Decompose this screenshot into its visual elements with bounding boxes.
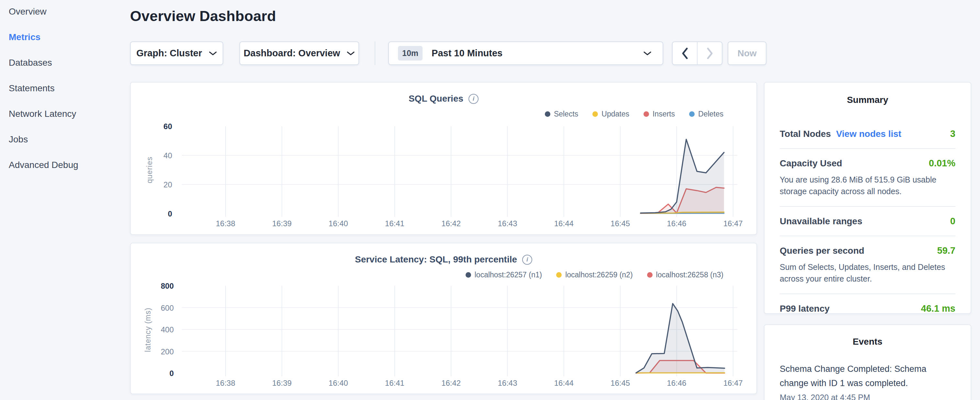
sidebar-item-metrics[interactable]: Metrics <box>9 32 119 42</box>
svg-text:16:38: 16:38 <box>216 219 235 228</box>
summary-row-unavailable-ranges: Unavailable ranges0 <box>780 216 955 226</box>
graph-dropdown[interactable]: Graph: Cluster <box>130 41 223 65</box>
svg-text:0: 0 <box>168 209 172 218</box>
view-nodes-list-link[interactable]: View nodes list <box>836 129 901 139</box>
event-text: Schema Change Completed: Schema change w… <box>780 362 955 390</box>
sidebar-item-jobs[interactable]: Jobs <box>9 134 119 144</box>
svg-text:queries: queries <box>145 157 154 183</box>
summary-row-value: 46.1 ms <box>921 303 955 314</box>
svg-text:16:40: 16:40 <box>329 379 348 387</box>
svg-text:40: 40 <box>163 151 172 160</box>
svg-text:16:40: 16:40 <box>329 219 348 228</box>
sidebar-item-overview[interactable]: Overview <box>9 6 119 16</box>
svg-text:16:44: 16:44 <box>554 219 574 228</box>
summary-row-value: 0 <box>950 216 955 226</box>
dashboard-dropdown[interactable]: Dashboard: Overview <box>239 41 359 65</box>
events-panel: Events Schema Change Completed: Schema c… <box>764 324 971 400</box>
svg-text:16:41: 16:41 <box>385 379 404 387</box>
summary-row-value: 59.7 <box>937 245 955 256</box>
summary-row-p99-latency: P99 latency46.1 ms <box>780 303 955 314</box>
sidebar-item-network-latency[interactable]: Network Latency <box>9 109 119 118</box>
svg-text:16:42: 16:42 <box>441 219 461 228</box>
svg-text:16:45: 16:45 <box>611 379 630 387</box>
svg-text:16:41: 16:41 <box>385 219 404 228</box>
svg-text:latency (ms): latency (ms) <box>144 308 152 352</box>
svg-text:16:43: 16:43 <box>498 219 517 228</box>
graph-dropdown-label: Graph: Cluster <box>136 48 202 59</box>
summary-panel: Summary Total NodesView nodes list3Capac… <box>764 82 971 314</box>
summary-row-capacity-used: Capacity Used0.01%You are using 28.6 MiB… <box>780 158 955 197</box>
sidebar-item-databases[interactable]: Databases <box>9 57 119 67</box>
summary-row-label: Capacity Used <box>780 158 842 169</box>
svg-text:400: 400 <box>161 325 174 334</box>
svg-text:16:47: 16:47 <box>724 379 743 387</box>
summary-row-queries-per-second: Queries per second59.7Sum of Selects, Up… <box>780 245 955 284</box>
event-item[interactable]: Schema Change Completed: Schema change w… <box>780 362 955 400</box>
svg-text:16:46: 16:46 <box>667 219 686 228</box>
svg-text:800: 800 <box>161 282 174 290</box>
chevron-down-icon <box>643 51 652 56</box>
sql-queries-chart-card: SQL Queries i SelectsUpdatesInsertsDelet… <box>130 82 757 235</box>
prev-time-button[interactable] <box>673 42 697 64</box>
summary-row-total-nodes: Total NodesView nodes list3 <box>780 129 955 139</box>
summary-row-label: Unavailable ranges <box>780 216 862 226</box>
svg-text:16:46: 16:46 <box>667 379 686 387</box>
time-step-buttons <box>672 41 722 65</box>
summary-row-label: Queries per second <box>780 245 864 256</box>
svg-text:0: 0 <box>170 369 174 378</box>
chevron-down-icon <box>347 51 355 56</box>
svg-text:16:43: 16:43 <box>498 379 517 387</box>
time-range-label: Past 10 Minutes <box>431 48 503 59</box>
toolbar-divider <box>375 41 375 65</box>
event-timestamp: May 13, 2020 at 4:45 PM <box>780 393 955 400</box>
summary-row-value: 3 <box>950 129 955 139</box>
now-button[interactable]: Now <box>728 41 767 65</box>
summary-row-note: Sum of Selects, Updates, Inserts, and De… <box>780 261 955 284</box>
summary-row-label: P99 latency <box>780 304 830 314</box>
events-title: Events <box>780 336 955 347</box>
svg-text:16:39: 16:39 <box>272 219 291 228</box>
summary-divider <box>780 236 955 236</box>
sidebar: OverviewMetricsDatabasesStatementsNetwor… <box>9 6 119 185</box>
next-time-button[interactable] <box>698 42 722 64</box>
service-latency-chart-card: Service Latency: SQL, 99th percentile i … <box>130 243 757 394</box>
time-range-dropdown[interactable]: 10m Past 10 Minutes <box>388 41 663 65</box>
dashboard-dropdown-label: Dashboard: Overview <box>243 48 340 59</box>
chevron-down-icon <box>209 51 217 56</box>
svg-text:16:39: 16:39 <box>272 379 291 387</box>
summary-row-value: 0.01% <box>929 158 955 169</box>
svg-text:16:38: 16:38 <box>216 379 235 387</box>
summary-row-label: Total Nodes <box>780 129 831 139</box>
svg-text:60: 60 <box>163 122 172 131</box>
svg-text:600: 600 <box>161 304 174 312</box>
svg-text:16:45: 16:45 <box>611 219 630 228</box>
page-title: Overview Dashboard <box>130 8 276 25</box>
sql-queries-chart[interactable]: 16:3816:3916:4016:4116:4216:4316:4416:45… <box>131 83 758 236</box>
sidebar-item-statements[interactable]: Statements <box>9 83 119 93</box>
svg-text:16:44: 16:44 <box>554 379 574 387</box>
time-range-badge: 10m <box>398 46 423 61</box>
svg-text:16:47: 16:47 <box>724 219 743 228</box>
svg-text:16:42: 16:42 <box>441 379 461 387</box>
svg-text:20: 20 <box>163 180 172 189</box>
app-root: OverviewMetricsDatabasesStatementsNetwor… <box>0 0 980 400</box>
service-latency-chart[interactable]: 16:3816:3916:4016:4116:4216:4316:4416:45… <box>131 243 758 395</box>
summary-row-note: You are using 28.6 MiB of 515.9 GiB usab… <box>780 174 955 197</box>
chevron-right-icon <box>706 48 713 59</box>
svg-text:200: 200 <box>161 347 174 356</box>
chevron-left-icon <box>681 48 689 59</box>
summary-divider <box>780 293 955 294</box>
summary-title: Summary <box>780 95 955 105</box>
summary-divider <box>780 148 955 149</box>
summary-divider <box>780 206 955 207</box>
sidebar-item-advanced-debug[interactable]: Advanced Debug <box>9 160 119 170</box>
